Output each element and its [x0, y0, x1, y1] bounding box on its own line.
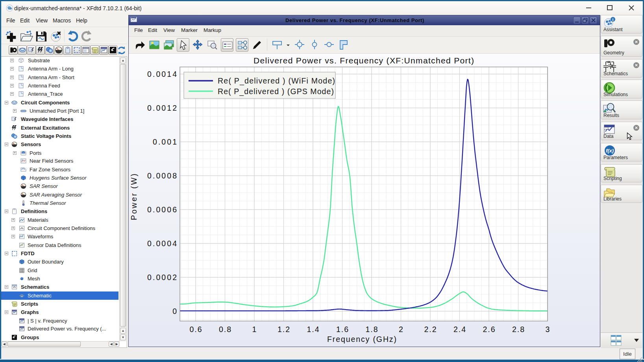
svg-text:Power (W): Power (W) — [130, 174, 138, 220]
svg-text:0.001: 0.001 — [153, 137, 177, 146]
svg-text:1: 1 — [252, 325, 257, 334]
svg-text:0.0014: 0.0014 — [147, 70, 177, 78]
svg-text:1.8: 1.8 — [366, 325, 378, 334]
svg-text:2: 2 — [399, 325, 403, 334]
svg-text:Frequency (GHz): Frequency (GHz) — [327, 335, 396, 343]
svg-text:0.0008: 0.0008 — [147, 171, 177, 180]
svg-text:Re( P_delivered ) (GPS Mode): Re( P_delivered ) (GPS Mode) — [218, 87, 334, 96]
svg-text:0.6: 0.6 — [190, 325, 202, 334]
svg-text:3: 3 — [546, 325, 550, 334]
svg-text:2.8: 2.8 — [512, 325, 524, 334]
svg-text:Re( P_delivered ) (WiFi Mode): Re( P_delivered ) (WiFi Mode) — [218, 76, 335, 85]
svg-text:i: i — [613, 17, 614, 22]
svg-text:0.0004: 0.0004 — [147, 239, 177, 248]
svg-text:2.2: 2.2 — [424, 325, 437, 334]
svg-text:1.2: 1.2 — [278, 325, 290, 334]
svg-text:0.0002: 0.0002 — [147, 273, 177, 282]
svg-text:f(x): f(x) — [606, 148, 614, 154]
svg-text:2.6: 2.6 — [483, 325, 495, 334]
svg-text:1.6: 1.6 — [336, 325, 348, 334]
svg-text:0: 0 — [172, 307, 177, 316]
svg-text:0.0012: 0.0012 — [147, 104, 177, 112]
svg-text:0.0006: 0.0006 — [147, 205, 177, 214]
svg-text:1.4: 1.4 — [307, 325, 319, 334]
svg-text:0.8: 0.8 — [219, 325, 231, 334]
svg-text:2.4: 2.4 — [453, 325, 466, 334]
svg-text:Delivered Power vs. Frequency: Delivered Power vs. Frequency (XF:Unmatc… — [254, 56, 474, 65]
